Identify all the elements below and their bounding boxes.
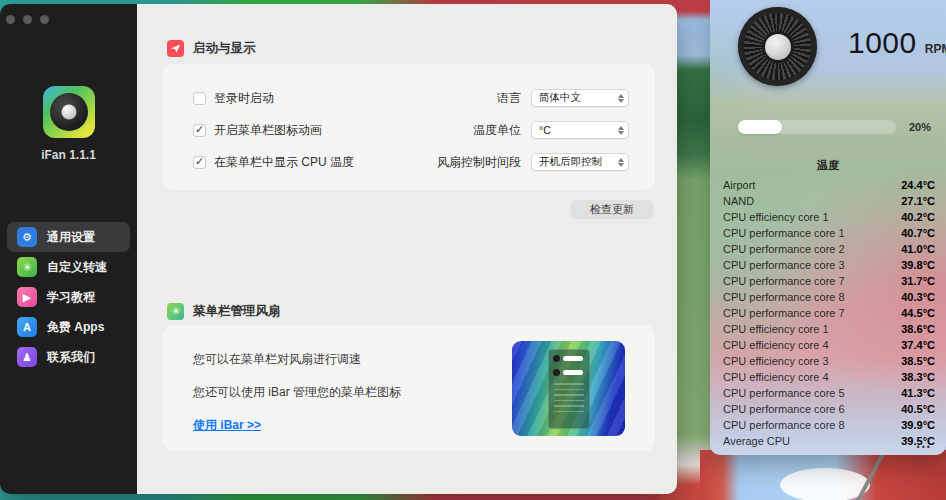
sensor-name: CPU performance core 8 (723, 419, 845, 431)
sensor-value: 40.5°C (901, 403, 935, 415)
ibar-link[interactable]: 使用 iBar >> (193, 417, 401, 434)
menubar-preview-image (512, 341, 625, 436)
check-update-button[interactable]: 检查更新 (571, 200, 653, 218)
sidebar-menu: ⚙ 通用设置 ✳ 自定义转速 ▶ 学习教程 A (7, 222, 130, 372)
sensor-row: CPU efficiency core 4 37.4°C (723, 337, 935, 353)
paper-plane-icon (167, 40, 184, 57)
preview-slider-bar (563, 356, 583, 361)
fan-speed-percent: 20% (909, 121, 931, 133)
sidebar-item[interactable]: ✳ 自定义转速 (7, 252, 130, 282)
checkbox-label: 开启菜单栏图标动画 (214, 122, 322, 139)
sensor-value: 44.5°C (901, 307, 935, 319)
chevron-up-down-icon (618, 126, 624, 135)
sensor-row: CPU performance core 8 39.9°C (723, 417, 935, 433)
checkbox-label: 登录时启动 (214, 90, 274, 107)
sensor-name: CPU efficiency core 1 (723, 323, 829, 335)
menubar-info-card: 您可以在菜单栏对风扇进行调速 您还可以使用 iBar 管理您的菜单栏图标 使用 … (163, 325, 655, 451)
dropdown-selected-value: °C (539, 124, 551, 136)
settings-content: 启动与显示 登录时启动 开启菜单栏图标动画 (137, 4, 677, 494)
fan-speed-fill[interactable] (738, 120, 782, 134)
preview-text-line (554, 400, 584, 402)
sensor-value: 38.5°C (901, 355, 935, 367)
preview-fan-dot (553, 355, 560, 362)
sidebar-item[interactable]: A 免费 Apps (7, 312, 130, 342)
checkbox[interactable] (193, 124, 206, 137)
preview-text-line (554, 394, 584, 396)
app-logo-icon (43, 86, 95, 138)
sensor-name: NAND (723, 195, 754, 207)
checkbox-label: 在菜单栏中显示 CPU 温度 (214, 154, 354, 171)
zoom-button[interactable] (40, 15, 49, 24)
checkbox[interactable] (193, 92, 206, 105)
sensor-name: CPU performance core 7 (723, 275, 845, 287)
info-line-2: 您还可以使用 iBar 管理您的菜单栏图标 (193, 384, 401, 401)
sidebar-item[interactable]: ♟ 联系我们 (7, 342, 130, 372)
preview-text-line (554, 405, 584, 407)
sidebar-item-icon: ⚙ (17, 227, 37, 247)
checkbox-row[interactable]: 在菜单栏中显示 CPU 温度 (193, 146, 354, 178)
dropdown-select[interactable]: °C (531, 121, 629, 139)
dropdown-row: 温度单位 °C (437, 114, 629, 146)
sensor-row: Airport 24.4°C (723, 177, 935, 193)
sensor-name: CPU efficiency core 4 (723, 339, 829, 351)
dropdown-label: 温度单位 (473, 122, 521, 139)
minimize-button[interactable] (23, 15, 32, 24)
close-button[interactable] (6, 15, 15, 24)
sidebar-item[interactable]: ⚙ 通用设置 (7, 222, 130, 252)
sensor-row: CPU efficiency core 4 38.3°C (723, 369, 935, 385)
sensor-name: CPU efficiency core 3 (723, 355, 829, 367)
sensor-name: CPU performance core 7 (723, 307, 845, 319)
checkbox[interactable] (193, 156, 206, 169)
dropdown-select[interactable]: 简体中文 (531, 89, 629, 107)
section-header-startup: 启动与显示 (167, 40, 256, 57)
dropdown-select[interactable]: 开机后即控制 (531, 153, 629, 171)
preview-slider-bar (563, 370, 583, 375)
sensor-name: CPU performance core 1 (723, 227, 845, 239)
sensor-name: Airport (723, 179, 755, 191)
wallpaper-cloud (780, 468, 870, 500)
sensor-name: CPU performance core 6 (723, 403, 845, 415)
checkbox-row[interactable]: 开启菜单栏图标动画 (193, 114, 354, 146)
sensor-row: CPU performance core 3 39.8°C (723, 257, 935, 273)
sidebar: iFan 1.1.1 ⚙ 通用设置 ✳ 自定义转速 ▶ (0, 4, 137, 494)
sensor-row: NAND 27.1°C (723, 193, 935, 209)
fan-rpm-readout: 1000 RPM (848, 26, 946, 60)
dropdown-row: 语言 简体中文 (437, 82, 629, 114)
temperature-section-title: 温度 (710, 158, 946, 173)
sensor-value: 39.9°C (901, 419, 935, 431)
sensor-value: 41.3°C (901, 387, 935, 399)
fan-speed-slider[interactable] (738, 120, 896, 134)
sidebar-item-label: 自定义转速 (47, 259, 107, 276)
more-sensors-ellipsis[interactable]: ••• (917, 442, 932, 452)
sensor-row: CPU performance core 8 40.3°C (723, 289, 935, 305)
sensor-row: CPU efficiency core 1 40.2°C (723, 209, 935, 225)
temperature-sensor-list: Airport 24.4°C NAND 27.1°C CPU efficienc… (723, 177, 935, 449)
section-title: 菜单栏管理风扇 (193, 303, 281, 320)
dropdown-selected-value: 开机后即控制 (539, 155, 602, 169)
sensor-value: 27.1°C (901, 195, 935, 207)
app-identity: iFan 1.1.1 (0, 86, 137, 162)
sidebar-item[interactable]: ▶ 学习教程 (7, 282, 130, 312)
sensor-value: 24.4°C (901, 179, 935, 191)
sensor-row: CPU performance core 7 31.7°C (723, 273, 935, 289)
dropdown-label: 风扇控制时间段 (437, 154, 521, 171)
rpm-value: 1000 (848, 26, 917, 60)
sensor-name: CPU efficiency core 1 (723, 211, 829, 223)
startup-settings-card: 登录时启动 开启菜单栏图标动画 在菜单栏中显示 CPU 温度 (163, 64, 655, 190)
preview-text-line (554, 383, 584, 385)
checkbox-row[interactable]: 登录时启动 (193, 82, 354, 114)
preview-text-line (554, 411, 584, 413)
preview-fan-row (553, 355, 585, 362)
window-controls (6, 15, 49, 24)
menubar-info-text: 您可以在菜单栏对风扇进行调速 您还可以使用 iBar 管理您的菜单栏图标 使用 … (193, 351, 401, 434)
sensor-name: CPU performance core 8 (723, 291, 845, 303)
fan-status-panel: 1000 RPM 20% 温度 Airport 24.4°C NAND 27.1… (710, 0, 946, 455)
sensor-name: CPU performance core 3 (723, 259, 845, 271)
sensor-name: Average CPU (723, 435, 790, 447)
section-header-menubar: ✳ 菜单栏管理风扇 (167, 303, 281, 320)
sidebar-item-icon: ▶ (17, 287, 37, 307)
sensor-row: CPU efficiency core 1 38.6°C (723, 321, 935, 337)
chevron-up-down-icon (618, 94, 624, 103)
section-title: 启动与显示 (193, 40, 256, 57)
preview-fan-row (553, 369, 585, 376)
